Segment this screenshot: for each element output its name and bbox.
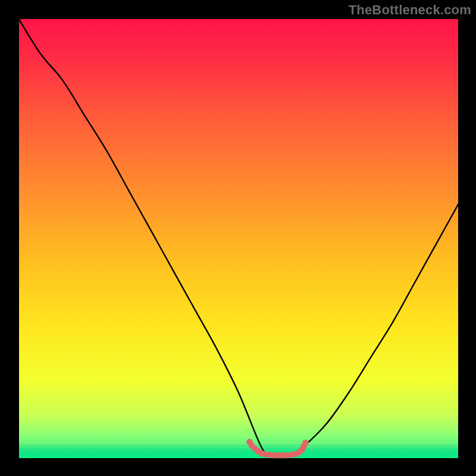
marker-dot — [302, 440, 309, 446]
green-band-strokes — [18, 443, 459, 453]
plot-svg — [0, 0, 476, 476]
watermark-text: TheBottleneck.com — [349, 2, 471, 18]
chart-stage: TheBottleneck.com — [0, 0, 476, 476]
